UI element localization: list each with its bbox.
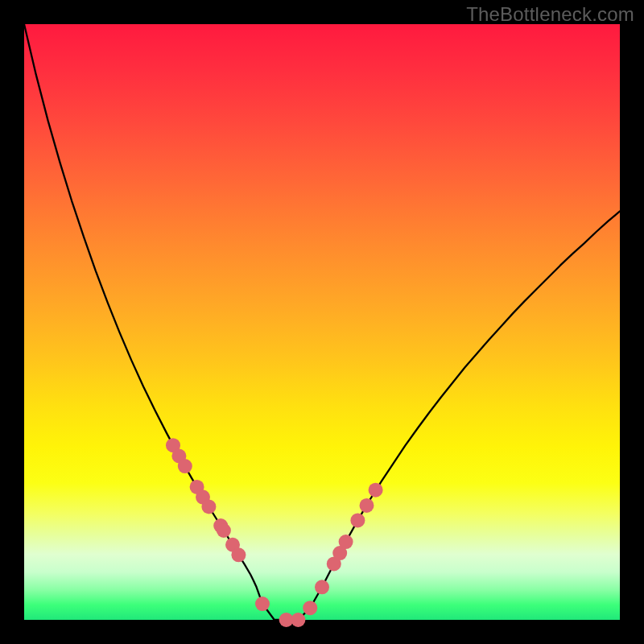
chart-frame: TheBottleneck.com [0, 0, 644, 644]
data-marker [303, 601, 317, 615]
chart-overlay [24, 24, 620, 620]
data-marker [201, 499, 216, 514]
data-marker [217, 523, 231, 538]
data-marker [291, 613, 305, 627]
data-marker [360, 498, 374, 513]
watermark-text: TheBottleneck.com [466, 3, 634, 26]
data-marker [315, 580, 329, 594]
data-marker [231, 547, 246, 562]
bottleneck-curve [24, 24, 620, 620]
data-marker [350, 513, 365, 527]
data-marker [255, 597, 270, 611]
data-marker [178, 459, 192, 473]
data-marker [369, 483, 383, 497]
data-marker [339, 535, 353, 549]
